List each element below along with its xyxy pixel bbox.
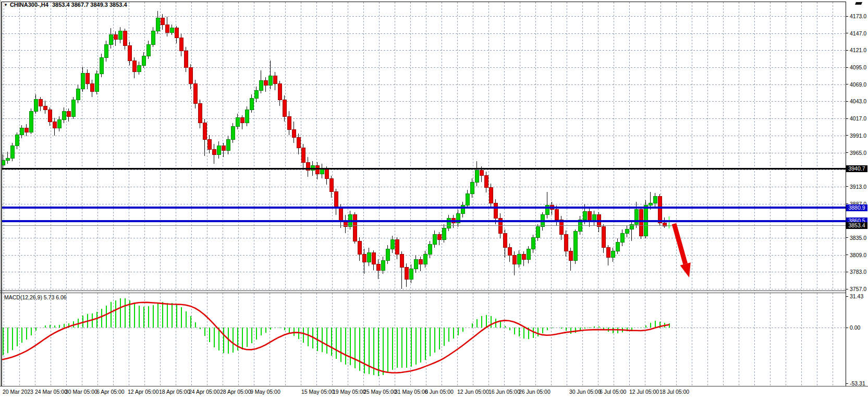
ohlc-values: 3853.4 3867.7 3849.3 3853.4 <box>52 2 127 8</box>
date-label: 24 Mar 05:00 <box>35 389 67 395</box>
price-chart-canvas[interactable] <box>0 0 868 399</box>
pane-separator-lower[interactable] <box>0 293 846 293</box>
price-axis-tick <box>846 272 848 272</box>
price-badge: 3940.7 <box>846 165 867 172</box>
price-axis-label: 4095.0 <box>850 64 866 70</box>
price-badge: 3880.9 <box>846 204 867 211</box>
price-badge: 3853.4 <box>846 222 867 229</box>
price-axis-label: 3913.0 <box>850 184 866 190</box>
date-label: 6 Jul 05:00 <box>600 389 626 395</box>
date-label: 12 Apr 05:00 <box>128 389 159 395</box>
price-axis-tick <box>846 101 848 102</box>
date-label: 30 Mar 05:00 <box>65 389 97 395</box>
date-label: 18 Apr 05:00 <box>159 389 190 395</box>
date-label: 12 Jun 05:00 <box>457 389 489 395</box>
date-label: 30 Jun 05:00 <box>569 389 601 395</box>
window-left-edge <box>0 0 1 386</box>
price-axis-label: 4173.0 <box>850 13 866 19</box>
date-label: 28 Apr 05:00 <box>220 389 251 395</box>
macd-indicator-label: MACD(12,26,9) 5.73 6.06 <box>4 294 67 300</box>
price-axis-tick <box>846 289 848 289</box>
date-label: 18 Jul 05:00 <box>659 389 689 395</box>
date-label: 15 May 05:00 <box>301 389 335 395</box>
price-axis-label: 3757.0 <box>850 286 866 292</box>
date-label: 26 Jun 05:00 <box>519 389 551 395</box>
price-axis-tick <box>846 84 848 84</box>
price-axis-label: 3965.0 <box>850 150 866 156</box>
price-axis-label: 3783.0 <box>850 269 866 275</box>
date-label: 6 Apr 05:00 <box>96 389 125 395</box>
date-label: 25 May 05:00 <box>363 389 397 395</box>
price-axis-label: 3809.0 <box>850 252 866 258</box>
price-axis-label: 4121.0 <box>850 47 866 53</box>
price-axis-label: 4043.0 <box>850 98 866 104</box>
date-label: 31 May 05:00 <box>395 389 428 395</box>
price-axis-tick <box>846 186 848 187</box>
price-axis-tick <box>846 50 848 51</box>
date-label: 19 May 05:00 <box>333 389 366 395</box>
price-axis-tick <box>846 255 848 255</box>
macd-axis-tick <box>846 383 848 384</box>
date-label: 6 Jun 05:00 <box>425 389 454 395</box>
price-axis-tick <box>846 152 848 153</box>
macd-axis-label: 0.00 <box>850 324 860 331</box>
symbol-period-label: CHINA300-,H4 <box>10 2 48 8</box>
date-label: 20 Mar 2023 <box>3 389 33 395</box>
chart-window: ▼CHINA300-,H43853.4 3867.7 3849.3 3853.4… <box>0 0 868 399</box>
macd-axis-label: -53.31 <box>850 380 865 386</box>
macd-axis-tick <box>846 296 848 297</box>
chart-title: ▼CHINA300-,H43853.4 3867.7 3849.3 3853.4 <box>4 2 127 8</box>
chart-corner-marker-icon <box>855 2 862 5</box>
price-axis-label: 4147.0 <box>850 30 866 37</box>
macd-axis-label: 31.43 <box>850 293 863 299</box>
date-label: 9 May 05:00 <box>250 389 280 395</box>
price-axis-label: 3835.0 <box>850 235 866 241</box>
time-axis-separator <box>0 386 868 386</box>
chart-left-border <box>1 2 2 386</box>
price-axis-tick <box>846 33 848 33</box>
date-label: 12 Jul 05:00 <box>629 389 659 395</box>
date-label: 24 Apr 05:00 <box>189 389 220 395</box>
pane-separator-upper[interactable] <box>0 291 846 291</box>
price-axis-tick <box>846 118 848 119</box>
chart-top-border <box>2 2 846 2</box>
price-axis-tick <box>846 67 848 68</box>
price-axis-label: 3991.0 <box>850 132 866 139</box>
macd-axis-tick <box>846 328 848 328</box>
symbol-dropdown-icon[interactable]: ▼ <box>4 3 8 7</box>
price-axis-tick <box>846 16 848 17</box>
price-axis-separator <box>846 2 846 386</box>
price-axis-tick <box>846 135 848 136</box>
price-axis-label: 4017.0 <box>850 115 866 122</box>
date-label: 16 Jun 05:00 <box>488 389 520 395</box>
price-axis-label: 4069.0 <box>850 81 866 88</box>
price-axis-tick <box>846 237 848 238</box>
